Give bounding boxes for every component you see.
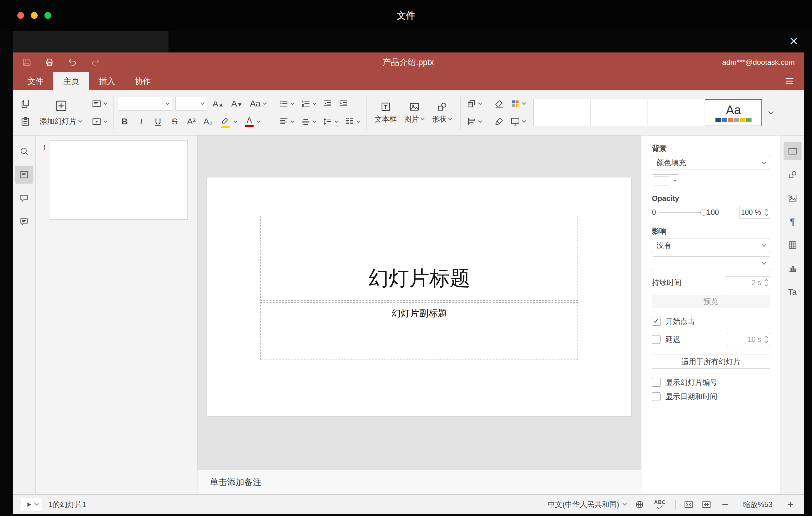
globe-icon[interactable] (635, 500, 644, 510)
tab-home[interactable]: 主页 (53, 72, 89, 90)
change-case-button[interactable]: Aa (248, 96, 268, 111)
start-slideshow-button[interactable] (90, 115, 109, 128)
theme-thumbnail[interactable] (590, 99, 648, 126)
add-slide-button[interactable] (53, 98, 69, 114)
redo-button[interactable] (90, 57, 100, 67)
comments-button[interactable] (15, 189, 33, 207)
chevron-down-icon[interactable] (671, 175, 679, 187)
undo-button[interactable] (67, 57, 78, 67)
image-settings-button[interactable] (784, 189, 802, 207)
shape-settings-button[interactable] (784, 166, 802, 183)
insert-textbox-button[interactable]: 文本框 (371, 101, 401, 124)
minimize-window-button[interactable] (31, 12, 38, 19)
tab-file[interactable]: 文件 (18, 72, 53, 90)
decrease-font-size-button[interactable]: A▼ (229, 96, 245, 111)
spinner-icon[interactable] (765, 280, 767, 286)
duration-input[interactable]: 2 s (725, 276, 770, 289)
copy-style-button[interactable] (493, 115, 506, 128)
fill-type-select[interactable]: 颜色填充 (652, 156, 770, 169)
delay-input[interactable]: 10 s (727, 333, 770, 346)
bold-button[interactable]: B (118, 114, 132, 129)
title-placeholder[interactable]: 幻灯片标题 (260, 216, 578, 301)
fill-color-picker[interactable] (652, 174, 679, 187)
subtitle-placeholder[interactable]: 幻灯片副标题 (260, 302, 578, 360)
italic-button[interactable]: I (135, 114, 148, 129)
zoom-out-button[interactable]: − (720, 499, 730, 510)
language-selector[interactable]: 中文(中华人民共和国) (548, 500, 627, 510)
zoom-level[interactable]: 缩放%53 (738, 500, 777, 510)
highlight-color-button[interactable] (218, 114, 239, 130)
vertical-align-button[interactable] (299, 115, 318, 128)
tab-collaboration[interactable]: 协作 (125, 72, 161, 90)
chart-settings-button[interactable] (784, 260, 802, 278)
hamburger-menu-icon[interactable] (784, 76, 795, 86)
chevron-down-icon[interactable] (198, 97, 207, 110)
search-button[interactable] (15, 142, 33, 160)
strikethrough-button[interactable]: S (168, 114, 181, 129)
show-date-time-checkbox[interactable] (652, 392, 661, 401)
spinner-icon[interactable] (765, 336, 767, 343)
add-slide-menu-button[interactable]: 添加幻灯片 (38, 115, 84, 127)
font-size-combo[interactable] (175, 97, 207, 111)
zoom-in-button[interactable]: + (785, 499, 796, 510)
subscript-button[interactable]: A₂ (201, 114, 215, 129)
theme-thumbnail[interactable] (533, 99, 591, 126)
table-settings-button[interactable] (784, 236, 802, 254)
opacity-slider[interactable] (658, 212, 704, 213)
theme-thumbnail[interactable] (647, 99, 705, 126)
notes-area[interactable]: 单击添加备注 (198, 470, 641, 494)
horizontal-align-button[interactable] (277, 115, 296, 128)
superscript-button[interactable]: A² (184, 114, 198, 129)
font-name-combo[interactable] (118, 97, 172, 111)
bullet-list-button[interactable] (277, 97, 296, 110)
fit-width-icon[interactable] (701, 500, 712, 510)
effect-select[interactable]: 没有 (652, 238, 770, 252)
theme-thumbnail-selected[interactable]: Aa (705, 99, 762, 126)
close-icon[interactable]: × (784, 31, 803, 51)
start-on-click-checkbox[interactable]: ✓ (652, 317, 661, 325)
paste-button[interactable] (19, 115, 32, 128)
align-shapes-button[interactable] (465, 115, 484, 128)
line-spacing-button[interactable] (321, 115, 340, 128)
color-scheme-button[interactable] (509, 97, 527, 110)
decrease-indent-button[interactable] (321, 97, 334, 110)
fit-slide-icon[interactable] (684, 500, 694, 510)
spellcheck-button[interactable]: ABC (652, 497, 667, 512)
fullscreen-window-button[interactable] (45, 12, 51, 19)
paragraph-settings-button[interactable]: ¶ (784, 212, 802, 231)
start-slideshow-status-button[interactable] (21, 498, 43, 511)
font-color-button[interactable]: A (242, 114, 262, 129)
slide-size-button[interactable] (509, 115, 527, 128)
arrange-shapes-button[interactable] (465, 97, 484, 110)
theme-gallery-expand-button[interactable] (762, 99, 779, 126)
opacity-input[interactable]: 100 % (739, 206, 770, 219)
preview-button[interactable]: 预览 (652, 295, 770, 308)
numbered-list-button[interactable] (299, 97, 318, 110)
print-button[interactable] (45, 57, 55, 67)
close-window-button[interactable] (17, 12, 24, 19)
insert-image-button[interactable]: 图片 (401, 101, 428, 124)
increase-indent-button[interactable] (337, 97, 350, 110)
columns-button[interactable] (343, 115, 362, 128)
slide[interactable]: 幻灯片标题 幻灯片副标题 (207, 177, 631, 416)
slide-settings-button[interactable] (784, 142, 802, 160)
effect-option-select[interactable] (652, 256, 770, 270)
opacity-slider-knob[interactable] (700, 209, 707, 216)
chat-button[interactable] (15, 212, 33, 231)
clear-style-button[interactable] (493, 97, 506, 110)
textart-settings-button[interactable]: Ta (784, 283, 802, 301)
change-layout-button[interactable] (90, 97, 109, 110)
slides-panel-button[interactable] (15, 166, 33, 183)
spinner-icon[interactable] (765, 209, 767, 216)
insert-shape-button[interactable]: 形状 (428, 101, 456, 124)
tab-insert[interactable]: 插入 (89, 72, 125, 90)
chevron-down-icon[interactable] (163, 97, 172, 110)
show-slide-number-checkbox[interactable] (652, 378, 661, 387)
save-button[interactable] (22, 57, 32, 67)
apply-to-all-slides-button[interactable]: 适用于所有幻灯片 (652, 354, 770, 369)
slide-thumbnail-selected[interactable] (49, 140, 188, 220)
copy-button[interactable] (19, 97, 32, 110)
delay-checkbox[interactable] (652, 335, 661, 344)
underline-button[interactable]: U (151, 114, 165, 129)
increase-font-size-button[interactable]: A▲ (210, 96, 226, 111)
